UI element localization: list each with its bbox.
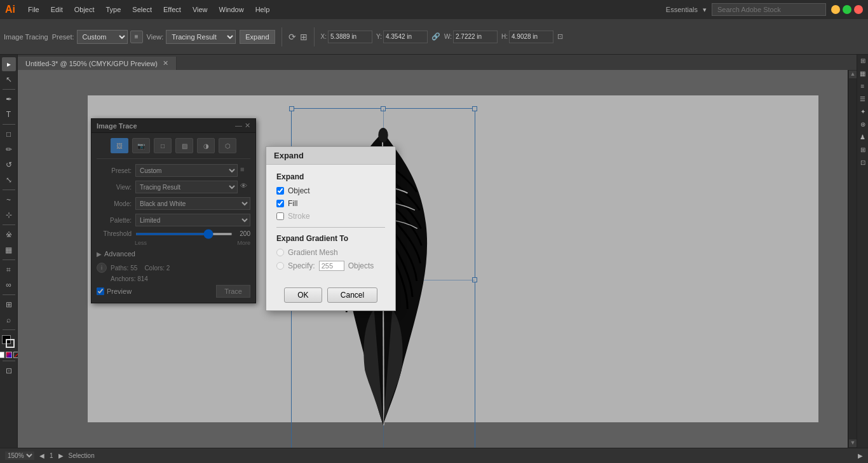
x-coord: X:	[321, 31, 372, 43]
tool-divider-8	[3, 361, 15, 361]
menu-window[interactable]: Window	[214, 3, 249, 16]
gradient-mesh-row: Gradient Mesh	[276, 248, 385, 257]
change-screen-mode[interactable]: ⊡	[2, 364, 16, 378]
page-next-btn[interactable]: ▶	[58, 452, 64, 459]
cancel-button[interactable]: Cancel	[327, 287, 377, 303]
x-label: X:	[321, 33, 327, 40]
right-panel-btn-9[interactable]: ⊡	[858, 159, 868, 169]
specify-radio[interactable]	[276, 262, 284, 270]
doc-close-icon[interactable]: ✕	[163, 59, 168, 67]
right-panel-btn-4[interactable]: ☰	[858, 95, 868, 106]
eyedropper-tool[interactable]: ⌗	[2, 263, 16, 277]
column-graph-tool[interactable]: ▦	[2, 243, 16, 257]
preset-group: Preset: Custom ≡	[52, 30, 143, 44]
objects-label: Objects	[348, 261, 374, 270]
tool-divider-3	[3, 190, 15, 190]
text-tool[interactable]: T	[2, 107, 16, 121]
specify-input[interactable]	[319, 261, 344, 271]
h-coord: H:	[501, 31, 553, 43]
direct-select-tool[interactable]: ↖	[2, 73, 16, 86]
color-mode-gradient[interactable]	[6, 352, 12, 358]
rectangle-tool[interactable]: □	[2, 127, 16, 141]
x-input[interactable]	[328, 31, 372, 43]
menu-edit[interactable]: Edit	[46, 3, 68, 16]
menu-file[interactable]: File	[23, 3, 44, 16]
color-mode-color[interactable]	[0, 352, 4, 358]
specify-row: Specify: Objects	[276, 261, 385, 271]
search-input[interactable]	[712, 3, 826, 16]
menu-object[interactable]: Object	[69, 3, 100, 16]
tool-divider-2	[3, 124, 15, 125]
selection-tool[interactable]: ▸	[2, 57, 16, 71]
tab-bar: Untitled-3* @ 150% (CMYK/GPU Preview) ✕	[18, 55, 857, 70]
tool-divider-7	[3, 329, 15, 330]
dialog-footer: OK Cancel	[266, 282, 395, 310]
statusbar-right-arrow[interactable]: ▶	[858, 452, 863, 459]
scale-icon[interactable]: ⊡	[557, 32, 563, 41]
object-label: Object	[288, 186, 310, 195]
transform-icon[interactable]: ⟳	[288, 32, 296, 42]
y-input[interactable]	[383, 31, 428, 43]
w-coord: W:	[444, 31, 498, 43]
close-button[interactable]	[854, 5, 863, 14]
right-panel-btn-6[interactable]: ⊛	[858, 121, 868, 131]
expand-section-label: Expand	[276, 172, 385, 181]
rotate-tool[interactable]: ↺	[2, 158, 16, 172]
main-area: ▸ ↖ ✒ T □ ✏ ↺ ⤡ ~ ⊹ ※ ▦ ⌗ ∞ ⊞ ⌕	[0, 55, 868, 448]
pen-tool[interactable]: ✒	[2, 92, 16, 106]
top-toolbar: Image Tracing Preset: Custom ≡ View: Tra…	[0, 19, 868, 55]
ok-button[interactable]: OK	[284, 287, 322, 303]
right-panel-btn-5[interactable]: ✦	[858, 108, 868, 118]
object-checkbox-row: Object	[276, 186, 385, 195]
doc-title: Untitled-3* @ 150% (CMYK/GPU Preview)	[25, 60, 158, 67]
dialog-body: Expand Object Fill Stroke E	[266, 165, 395, 282]
document-tab[interactable]: Untitled-3* @ 150% (CMYK/GPU Preview) ✕	[18, 57, 177, 70]
align-icon[interactable]: ⊞	[300, 32, 308, 42]
menu-help[interactable]: Help	[250, 3, 275, 16]
free-transform-tool[interactable]: ⊹	[2, 208, 16, 222]
preset-options-btn[interactable]: ≡	[130, 31, 143, 43]
expand-dialog: Expand Expand Object Fill Stroke	[266, 146, 396, 311]
scale-tool[interactable]: ⤡	[2, 173, 16, 187]
gradient-mesh-label: Gradient Mesh	[288, 248, 338, 257]
w-input[interactable]	[453, 31, 498, 43]
blend-tool[interactable]: ∞	[2, 278, 16, 292]
gradient-mesh-radio[interactable]	[276, 249, 284, 256]
paintbrush-tool[interactable]: ✏	[2, 142, 16, 156]
warp-tool[interactable]: ~	[2, 193, 16, 207]
right-panel-btn-7[interactable]: ♟	[858, 134, 868, 144]
stroke-label: Stroke	[288, 212, 310, 221]
zoom-select[interactable]: 150%	[5, 452, 34, 460]
preset-label: Preset:	[52, 33, 74, 41]
right-panel: ⊞ ▦ ≡ ☰ ✦ ⊛ ♟ ⊞ ⊡	[857, 55, 868, 448]
right-panel-btn-3[interactable]: ≡	[858, 83, 868, 93]
h-input[interactable]	[509, 31, 553, 43]
zoom-tool[interactable]: ⌕	[2, 313, 16, 327]
object-checkbox[interactable]	[276, 187, 284, 195]
minimize-button[interactable]	[831, 5, 840, 14]
stroke-checkbox[interactable]	[276, 212, 284, 220]
expand-button[interactable]: Expand	[240, 30, 275, 44]
view-select[interactable]: Tracing Result	[166, 30, 236, 44]
view-label: View:	[147, 33, 164, 41]
menu-view[interactable]: View	[187, 3, 213, 16]
menu-type[interactable]: Type	[101, 3, 126, 16]
artboard-tool[interactable]: ⊞	[2, 298, 16, 312]
gradient-section-label: Expand Gradient To	[276, 234, 385, 243]
menu-effect[interactable]: Effect	[158, 3, 186, 16]
maximize-button[interactable]	[843, 5, 851, 14]
menu-select[interactable]: Select	[127, 3, 157, 16]
fill-checkbox[interactable]	[276, 200, 284, 207]
window-controls	[831, 5, 863, 14]
right-panel-btn-8[interactable]: ⊞	[858, 146, 868, 156]
lock-proportions-icon[interactable]: 🔗	[431, 32, 440, 41]
right-panel-btn-1[interactable]: ⊞	[858, 57, 868, 67]
essentials-dropdown-icon[interactable]: ▾	[703, 6, 707, 14]
fill-stroke-indicator[interactable]	[2, 335, 16, 349]
preset-select[interactable]: Custom	[77, 30, 128, 44]
symbol-tool[interactable]: ※	[2, 228, 16, 242]
stroke-checkbox-row: Stroke	[276, 212, 385, 221]
page-prev-btn[interactable]: ◀	[39, 452, 44, 459]
y-label: Y:	[376, 33, 382, 40]
right-panel-btn-2[interactable]: ▦	[858, 70, 868, 80]
